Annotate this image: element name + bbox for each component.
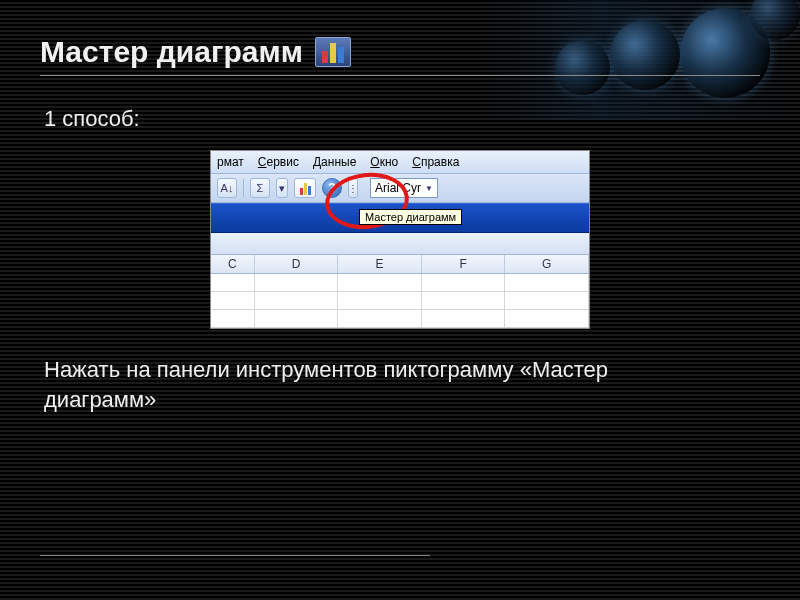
dropdown-icon[interactable]: ▾ [276, 178, 288, 198]
slide-title: Мастер диаграмм [40, 35, 303, 69]
autosum-button[interactable]: Σ [250, 178, 270, 198]
menu-item-help[interactable]: Справка [412, 155, 459, 169]
column-header[interactable]: C [211, 255, 255, 273]
menu-item-data[interactable]: Данные [313, 155, 356, 169]
font-selector[interactable]: Arial Cyr ▼ [370, 178, 438, 198]
menu-item-window[interactable]: Окно [370, 155, 398, 169]
dropdown-icon: ▼ [425, 184, 433, 193]
chart-wizard-icon [315, 37, 351, 67]
title-divider [40, 75, 760, 76]
excel-screenshot: рмат Сервис Данные Окно Справка А↓ Σ ▾ ?… [210, 150, 590, 329]
method-label: 1 способ: [44, 106, 760, 132]
menu-bar: рмат Сервис Данные Окно Справка [211, 151, 589, 174]
toolbar-separator [243, 179, 244, 197]
table-row [211, 274, 589, 292]
table-row [211, 292, 589, 310]
chart-wizard-button[interactable] [294, 178, 316, 198]
tooltip: Мастер диаграмм [359, 209, 462, 225]
column-header[interactable]: G [505, 255, 589, 273]
slide-title-row: Мастер диаграмм [40, 35, 760, 69]
column-headers: C D E F G [211, 255, 589, 274]
footer-divider [40, 555, 430, 556]
column-header[interactable]: E [338, 255, 422, 273]
font-name: Arial Cyr [375, 181, 421, 195]
toolbar: А↓ Σ ▾ ? ⋮ Arial Cyr ▼ [211, 174, 589, 203]
spreadsheet-grid: C D E F G [211, 255, 589, 328]
menu-item-format[interactable]: рмат [217, 155, 244, 169]
sort-button[interactable]: А↓ [217, 178, 237, 198]
formula-bar[interactable] [211, 233, 589, 255]
table-row [211, 310, 589, 328]
column-header[interactable]: F [422, 255, 506, 273]
toolbar-handle-icon[interactable]: ⋮ [348, 178, 358, 198]
body-text: Нажать на панели инструментов пиктограмм… [44, 355, 724, 414]
column-header[interactable]: D [255, 255, 339, 273]
help-button[interactable]: ? [322, 178, 342, 198]
menu-item-service[interactable]: Сервис [258, 155, 299, 169]
